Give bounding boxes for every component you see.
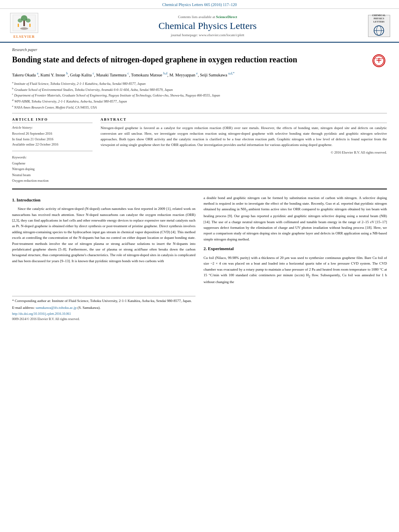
keyword-2: Nitrogen doping <box>12 166 93 172</box>
intro-para-1: Since the catalytic activity of nitrogen… <box>12 206 195 264</box>
authors-line: Takeru Okada a, Kumi Y. Inoue b, Golap K… <box>12 71 387 78</box>
final-form-date: In final form 21 October 2016 <box>12 137 93 142</box>
crossmark-block: CrossMark <box>371 54 387 67</box>
intro-section-title: 1. Introduction <box>12 197 195 204</box>
divider-1 <box>12 113 387 113</box>
abstract-block: ABSTRACT Nitrogen-doped graphene is favo… <box>101 117 387 184</box>
elsevier-image <box>10 13 38 33</box>
experimental-section-title: 2. Experimental <box>204 245 387 253</box>
article-info-title: ARTICLE INFO <box>12 117 93 123</box>
divider-body <box>12 189 387 189</box>
svg-point-2 <box>18 18 23 23</box>
top-citation-bar: Chemical Physics Letters 665 (2016) 117–… <box>0 0 399 9</box>
keywords-label: Keywords: <box>12 155 93 159</box>
elsevier-logo-block: ELSEVIER <box>8 13 40 39</box>
issn-line: 0009-2614/© 2016 Elsevier B.V. All right… <box>12 317 195 322</box>
badge-line3: LETTERS <box>372 21 386 24</box>
article-title-row: Bonding state and defects of nitrogen-do… <box>12 54 387 67</box>
email-link[interactable]: samukawa@ifs.tohoku.ac.jp <box>35 306 76 310</box>
badge-line1: CHEMICAL <box>372 14 386 17</box>
affiliation-b: b Graduate School of Environmental Studi… <box>12 86 387 92</box>
badge-line2: PHYSICS <box>372 17 386 21</box>
body-columns: 1. Introduction Since the catalytic acti… <box>12 195 387 322</box>
received-date: Received 26 September 2016 <box>12 131 93 137</box>
corresponding-author-note: * Corresponding author at: Institute of … <box>12 298 195 304</box>
affiliations-block: a Institute of Fluid Science, Tohoku Uni… <box>12 80 387 110</box>
keyword-3: Neutral beam <box>12 172 93 178</box>
footnote-block: * Corresponding author at: Institute of … <box>12 296 195 322</box>
article-title: Bonding state and defects of nitrogen-do… <box>12 54 367 65</box>
svg-rect-6 <box>18 24 19 27</box>
contents-line: Contents lists available at ScienceDirec… <box>48 15 367 19</box>
email-note: E-mail address: samukawa@ifs.tohoku.ac.j… <box>12 305 195 311</box>
body-right-col: a double bond and graphitic nitrogen can… <box>204 195 387 322</box>
divider-keywords <box>12 151 93 151</box>
doi-link[interactable]: http://dx.doi.org/10.1016/j.cplett.2016.… <box>12 312 195 317</box>
paper-type-label: Research paper <box>12 47 387 52</box>
journal-name: Chemical Physics Letters <box>48 21 367 31</box>
crossmark-icon: CrossMark <box>372 54 385 67</box>
main-content: Research paper Bonding state and defects… <box>0 43 399 326</box>
journal-citation: Chemical Physics Letters 665 (2016) 117–… <box>162 2 237 7</box>
svg-rect-4 <box>23 21 25 26</box>
page: Chemical Physics Letters 665 (2016) 117–… <box>0 0 399 532</box>
available-online-date: Available online 22 October 2016 <box>12 142 93 148</box>
info-abstract-row: ARTICLE INFO Article history: Received 2… <box>12 117 387 184</box>
sciencedirect-link[interactable]: ScienceDirect <box>216 15 237 19</box>
article-history-label: Article history: <box>12 125 93 129</box>
abstract-title: ABSTRACT <box>101 117 387 123</box>
affiliation-e: e NASA Ames Research Center, Moffett Fie… <box>12 104 387 110</box>
elsevier-wordmark: ELSEVIER <box>13 35 35 39</box>
affiliation-d: d WPI-AIMR, Tohoku University, 2-1-1 Kat… <box>12 98 387 104</box>
article-info-block: ARTICLE INFO Article history: Received 2… <box>12 117 93 184</box>
svg-point-3 <box>26 18 31 23</box>
body-left-col: 1. Introduction Since the catalytic acti… <box>12 195 195 322</box>
keyword-1: Graphene <box>12 160 93 166</box>
journal-header: ELSEVIER Contents lists available at Sci… <box>0 9 399 43</box>
journal-badge-box: CHEMICAL PHYSICS LETTERS <box>368 15 390 37</box>
journal-homepage: journal homepage: www.elsevier.com/locat… <box>48 33 367 37</box>
journal-badge: CHEMICAL PHYSICS LETTERS <box>367 15 391 37</box>
keyword-4: Oxygen reduction reaction <box>12 178 93 183</box>
abstract-copyright: © 2016 Elsevier B.V. All rights reserved… <box>101 150 387 154</box>
svg-rect-7 <box>29 24 31 27</box>
intro-para-2: a double bond and graphitic nitrogen can… <box>204 195 387 242</box>
experimental-para-1: Cu foil (Nilaco, 99.98% purity) with a t… <box>204 255 387 285</box>
affiliation-c: c Department of Frontier Materials, Grad… <box>12 92 387 98</box>
affiliation-a: a Institute of Fluid Science, Tohoku Uni… <box>12 80 387 86</box>
journal-title-block: Contents lists available at ScienceDirec… <box>48 15 367 37</box>
abstract-text: Nitrogen-doped graphene is favored as a … <box>101 125 387 148</box>
svg-point-5 <box>20 27 28 30</box>
